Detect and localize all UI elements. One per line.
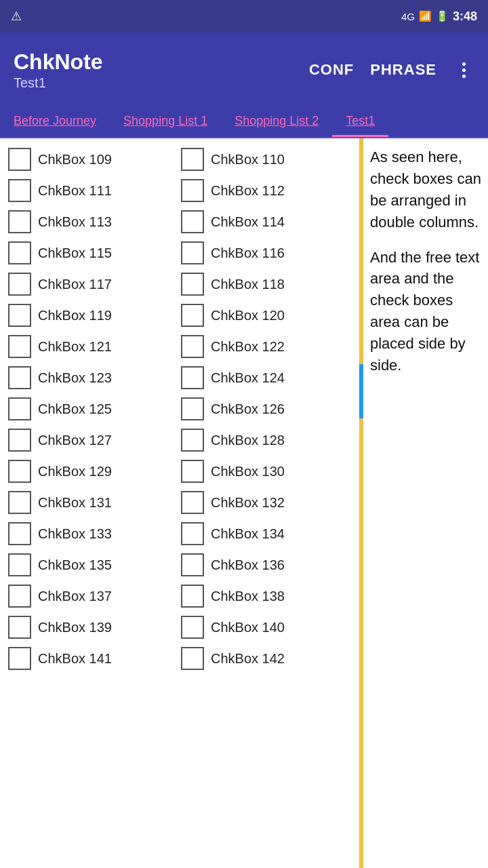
checkbox-col-left: ChkBox 123 <box>0 366 173 389</box>
checkbox-chkbox-120[interactable] <box>181 304 204 327</box>
checkbox-chkbox-121[interactable] <box>8 335 31 358</box>
table-row: ChkBox 115ChkBox 116 <box>0 237 359 269</box>
table-row: ChkBox 109ChkBox 110 <box>0 144 359 175</box>
table-row: ChkBox 113ChkBox 114 <box>0 206 359 237</box>
tab-test1[interactable]: Test1 <box>332 107 388 137</box>
checkbox-chkbox-122[interactable] <box>181 335 204 358</box>
checkbox-chkbox-125[interactable] <box>8 397 31 420</box>
checkbox-chkbox-123[interactable] <box>8 366 31 389</box>
table-row: ChkBox 127ChkBox 128 <box>0 425 359 456</box>
checkbox-col-right: ChkBox 122 <box>173 335 346 358</box>
status-bar: ⚠ 4G 📶 🔋 3:48 <box>0 0 488 33</box>
checkbox-col-right: ChkBox 110 <box>173 148 346 171</box>
checkbox-label: ChkBox 118 <box>211 277 285 292</box>
checkbox-chkbox-111[interactable] <box>8 179 31 202</box>
checkbox-label: ChkBox 128 <box>211 433 285 448</box>
checkbox-col-right: ChkBox 112 <box>173 179 346 202</box>
conf-button[interactable]: CONF <box>309 61 354 79</box>
checkbox-label: ChkBox 127 <box>38 433 112 448</box>
checkbox-label: ChkBox 123 <box>38 370 112 386</box>
checkbox-col-right: ChkBox 142 <box>173 647 346 670</box>
checkbox-chkbox-109[interactable] <box>8 148 31 171</box>
battery-icon: 🔋 <box>436 10 449 22</box>
table-row: ChkBox 135ChkBox 136 <box>0 549 359 580</box>
checkbox-chkbox-142[interactable] <box>181 647 204 670</box>
checkbox-chkbox-118[interactable] <box>181 273 204 296</box>
checkbox-chkbox-126[interactable] <box>181 397 204 420</box>
checkbox-chkbox-139[interactable] <box>8 616 31 639</box>
checkbox-label: ChkBox 122 <box>211 339 285 355</box>
checkbox-chkbox-117[interactable] <box>8 273 31 296</box>
side-panel: As seen here, check boxes can be arrange… <box>359 138 488 868</box>
checkbox-chkbox-136[interactable] <box>181 553 204 576</box>
phrase-button[interactable]: PHRASE <box>370 61 436 79</box>
checkbox-label: ChkBox 116 <box>211 245 285 261</box>
checkbox-label: ChkBox 136 <box>211 557 285 573</box>
table-row: ChkBox 125ChkBox 126 <box>0 393 359 425</box>
checkbox-chkbox-124[interactable] <box>181 366 204 389</box>
checkbox-chkbox-132[interactable] <box>181 491 204 514</box>
checkbox-chkbox-141[interactable] <box>8 647 31 670</box>
checkbox-chkbox-128[interactable] <box>181 429 204 452</box>
checkbox-col-left: ChkBox 135 <box>0 553 173 576</box>
more-menu-button[interactable] <box>453 62 474 78</box>
more-dot-3 <box>462 75 466 78</box>
checkbox-label: ChkBox 133 <box>38 526 112 542</box>
checkbox-col-left: ChkBox 139 <box>0 616 173 639</box>
status-icons: 4G 📶 🔋 3:48 <box>401 9 477 24</box>
checkbox-label: ChkBox 134 <box>211 526 285 542</box>
checkbox-chkbox-137[interactable] <box>8 585 31 608</box>
checkbox-chkbox-133[interactable] <box>8 522 31 545</box>
checkbox-label: ChkBox 129 <box>38 464 112 479</box>
table-row: ChkBox 131ChkBox 132 <box>0 487 359 518</box>
text-block-2: And the free text area and the check box… <box>370 247 481 376</box>
checkbox-col-right: ChkBox 120 <box>173 304 346 327</box>
checkbox-chkbox-129[interactable] <box>8 460 31 483</box>
checkbox-chkbox-135[interactable] <box>8 553 31 576</box>
checkbox-label: ChkBox 142 <box>211 651 285 667</box>
checkbox-chkbox-138[interactable] <box>181 585 204 608</box>
checkbox-chkbox-113[interactable] <box>8 210 31 233</box>
checkbox-col-left: ChkBox 129 <box>0 460 173 483</box>
checkbox-col-left: ChkBox 119 <box>0 304 173 327</box>
app-bar: ChkNote Test1 CONF PHRASE <box>0 33 488 107</box>
checkbox-col-left: ChkBox 113 <box>0 210 173 233</box>
checkbox-chkbox-116[interactable] <box>181 241 204 264</box>
checkbox-chkbox-127[interactable] <box>8 429 31 452</box>
checkbox-col-right: ChkBox 128 <box>173 429 346 452</box>
checkbox-chkbox-131[interactable] <box>8 491 31 514</box>
checkbox-label: ChkBox 119 <box>38 308 112 323</box>
checkbox-col-left: ChkBox 115 <box>0 241 173 264</box>
table-row: ChkBox 141ChkBox 142 <box>0 643 359 674</box>
checkbox-chkbox-140[interactable] <box>181 616 204 639</box>
checkbox-label: ChkBox 114 <box>211 214 285 230</box>
more-dot-2 <box>462 68 466 72</box>
tab-shopping-list-1[interactable]: Shopping List 1 <box>110 107 221 137</box>
checkbox-col-left: ChkBox 137 <box>0 585 173 608</box>
app-subtitle: Test1 <box>14 75 309 91</box>
network-indicator: 4G <box>401 11 415 22</box>
checkbox-col-right: ChkBox 118 <box>173 273 346 296</box>
checkbox-chkbox-134[interactable] <box>181 522 204 545</box>
checkbox-label: ChkBox 110 <box>211 152 285 167</box>
table-row: ChkBox 117ChkBox 118 <box>0 269 359 300</box>
checkbox-col-right: ChkBox 130 <box>173 460 346 483</box>
tab-before-journey[interactable]: Before Journey <box>0 107 110 137</box>
table-row: ChkBox 129ChkBox 130 <box>0 456 359 487</box>
checkbox-chkbox-112[interactable] <box>181 179 204 202</box>
checkbox-chkbox-119[interactable] <box>8 304 31 327</box>
main-content: ChkBox 109ChkBox 110ChkBox 111ChkBox 112… <box>0 138 488 868</box>
checkbox-chkbox-110[interactable] <box>181 148 204 171</box>
checkbox-label: ChkBox 109 <box>38 152 112 167</box>
checkbox-label: ChkBox 126 <box>211 401 285 417</box>
time-display: 3:48 <box>453 9 477 24</box>
checkbox-chkbox-114[interactable] <box>181 210 204 233</box>
checkbox-chkbox-130[interactable] <box>181 460 204 483</box>
checkbox-col-left: ChkBox 109 <box>0 148 173 171</box>
tab-shopping-list-2[interactable]: Shopping List 2 <box>221 107 332 137</box>
checkbox-label: ChkBox 121 <box>38 339 112 355</box>
checkbox-label: ChkBox 112 <box>211 183 285 199</box>
checkbox-col-right: ChkBox 138 <box>173 585 346 608</box>
table-row: ChkBox 121ChkBox 122 <box>0 331 359 362</box>
checkbox-chkbox-115[interactable] <box>8 241 31 264</box>
